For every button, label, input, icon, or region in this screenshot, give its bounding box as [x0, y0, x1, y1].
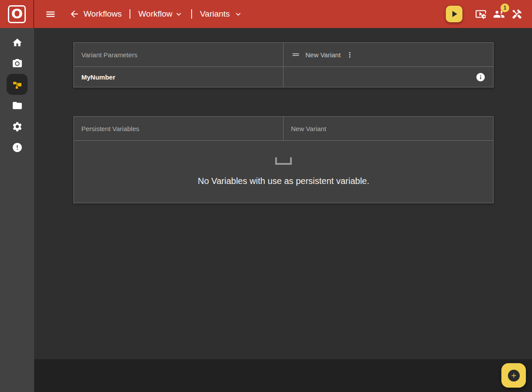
- app-body: Variant Parameters New Variant: [0, 28, 532, 392]
- breadcrumb-workflow-label: Workflow: [138, 9, 172, 19]
- tools-icon: [511, 9, 522, 20]
- caret-down-icon: [234, 10, 243, 19]
- content-area: Variant Parameters New Variant: [34, 28, 532, 359]
- sidebar-item-home[interactable]: [7, 32, 28, 53]
- variant-parameters-table: Variant Parameters New Variant: [74, 42, 494, 87]
- fab-circle: [508, 370, 520, 382]
- breadcrumb-workflows-label: Workflows: [84, 9, 122, 19]
- bottom-bar: [34, 359, 532, 392]
- section-gap: [74, 87, 532, 116]
- app-logo[interactable]: O: [0, 0, 34, 28]
- add-variable-fab[interactable]: [501, 363, 526, 388]
- camera-icon: [12, 58, 23, 69]
- breadcrumb-workflows[interactable]: Workflows: [84, 9, 122, 19]
- persistent-variables-title-cell: Persistent Variables: [74, 117, 284, 140]
- caret-down-icon: [174, 10, 183, 19]
- sidebar-item-files[interactable]: [7, 95, 28, 116]
- parameter-name-cell: MyNumber: [74, 67, 284, 87]
- persistent-variables-header-row: Persistent Variables New Variant: [74, 117, 493, 140]
- breadcrumb-variants-dropdown[interactable]: Variants: [200, 9, 243, 19]
- breadcrumb-divider: [130, 9, 130, 19]
- settings-icon: [12, 121, 23, 132]
- users-button[interactable]: 1: [493, 8, 505, 20]
- breadcrumb-divider: [191, 9, 192, 19]
- variant-parameters-title-cell: Variant Parameters: [74, 43, 284, 66]
- persistent-variant-header-cell: New Variant: [284, 117, 493, 140]
- menu-button[interactable]: [45, 9, 56, 20]
- recording-settings-button[interactable]: [475, 8, 486, 20]
- video-settings-icon: [475, 8, 486, 20]
- info-icon: [476, 72, 486, 82]
- variant-column-header-cell: New Variant: [284, 43, 493, 66]
- persistent-variables-table: Persistent Variables New Variant No Vari…: [74, 116, 494, 203]
- empty-state: No Variables with use as persistent vari…: [74, 141, 493, 203]
- play-icon: [449, 9, 459, 19]
- empty-tray-icon: [275, 157, 292, 165]
- logo-letter: O: [11, 6, 23, 21]
- persistent-variant-column-label: New Variant: [291, 125, 326, 132]
- sidebar-item-errors[interactable]: [7, 137, 28, 158]
- tools-button[interactable]: [511, 9, 522, 20]
- header-actions: 1: [446, 6, 522, 22]
- parameter-value-cell[interactable]: [284, 67, 493, 87]
- parameter-info-button[interactable]: [476, 72, 486, 82]
- run-workflow-button[interactable]: [446, 6, 462, 22]
- back-icon: [69, 9, 80, 19]
- back-button[interactable]: [69, 9, 80, 19]
- app-window: O Workflows Workflow Variants: [0, 0, 532, 392]
- breadcrumb-variants-label: Variants: [200, 9, 230, 19]
- variant-parameters-header-row: Variant Parameters New Variant: [74, 43, 493, 66]
- empty-state-message: No Variables with use as persistent vari…: [198, 176, 369, 186]
- drag-handle-icon: [291, 50, 301, 59]
- variant-drag-handle[interactable]: [291, 50, 301, 59]
- logo-mark: O: [8, 5, 26, 23]
- parameter-name: MyNumber: [81, 73, 116, 81]
- persistent-variables-title: Persistent Variables: [81, 125, 139, 132]
- sidebar: [0, 28, 34, 392]
- persistent-variables-empty-row: No Variables with use as persistent vari…: [74, 140, 493, 203]
- sidebar-item-camera[interactable]: [7, 53, 28, 74]
- notification-badge: 1: [500, 3, 509, 12]
- variant-column-label: New Variant: [305, 51, 341, 59]
- variant-menu-button[interactable]: [346, 51, 354, 59]
- sidebar-item-settings[interactable]: [7, 116, 28, 137]
- menu-icon: [45, 9, 56, 20]
- plus-icon: [510, 372, 518, 379]
- workflow-tree-icon: [12, 79, 23, 90]
- table-row: MyNumber: [74, 66, 493, 87]
- app-header: O Workflows Workflow Variants: [0, 0, 532, 28]
- breadcrumb-workflow-dropdown[interactable]: Workflow: [138, 9, 183, 19]
- home-icon: [12, 37, 23, 48]
- error-icon: [12, 142, 23, 153]
- variant-parameters-title: Variant Parameters: [81, 51, 137, 59]
- sidebar-item-workflows[interactable]: [7, 74, 28, 95]
- kebab-icon: [346, 51, 354, 59]
- folder-icon: [12, 100, 23, 111]
- main-area: Variant Parameters New Variant: [34, 28, 532, 392]
